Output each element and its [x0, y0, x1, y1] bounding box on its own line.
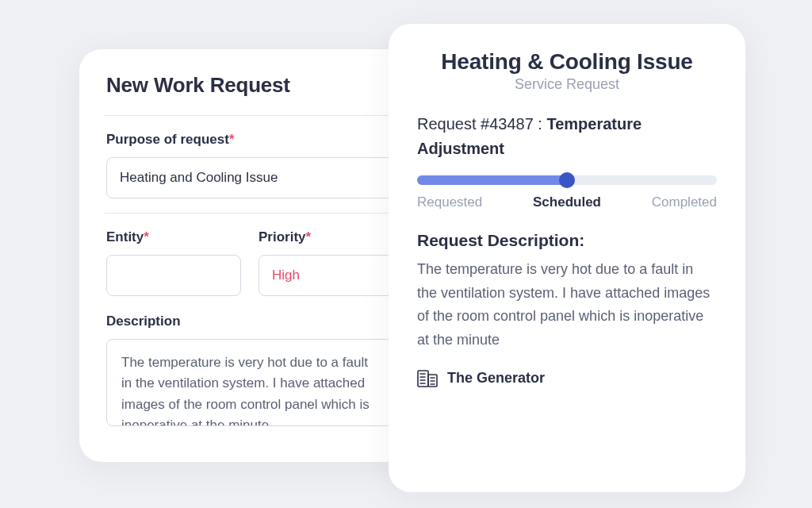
priority-field: Priority* — [259, 229, 393, 296]
progress-thumb[interactable] — [559, 172, 575, 188]
progress-state-requested: Requested — [417, 194, 482, 210]
request-title: Heating & Cooling Issue — [417, 49, 717, 75]
required-marker: * — [306, 229, 312, 244]
priority-label-text: Priority — [259, 229, 306, 244]
entity-row: The Generator — [417, 370, 717, 387]
entity-label-text: Entity — [106, 229, 144, 244]
svg-rect-0 — [418, 371, 428, 387]
new-work-request-card: New Work Request Purpose of request* Ent… — [79, 49, 420, 462]
progress-labels: Requested Scheduled Completed — [417, 194, 717, 210]
description-heading: Request Description: — [417, 231, 717, 250]
purpose-label: Purpose of request* — [106, 132, 393, 148]
priority-label: Priority* — [259, 229, 393, 245]
form-title: New Work Request — [106, 73, 393, 115]
progress-wrap: Requested Scheduled Completed — [417, 175, 717, 210]
progress-track[interactable] — [417, 175, 717, 185]
entity-field: Entity* — [106, 229, 241, 296]
purpose-label-text: Purpose of request — [106, 132, 229, 147]
description-section: Description — [106, 310, 393, 444]
building-icon — [417, 370, 438, 387]
entity-input[interactable] — [106, 255, 241, 296]
request-subtitle: Service Request — [417, 76, 717, 93]
request-id-line: Request #43487 : Temperature Adjustment — [417, 112, 717, 161]
progress-state-completed: Completed — [652, 194, 717, 210]
request-detail-card: Heating & Cooling Issue Service Request … — [389, 24, 745, 492]
entity-name: The Generator — [447, 370, 545, 387]
description-label: Description — [106, 314, 393, 329]
progress-state-scheduled: Scheduled — [533, 194, 601, 210]
request-id-prefix: Request #43487 : — [417, 115, 546, 133]
priority-input[interactable] — [259, 255, 393, 296]
description-body: The temperature is very hot due to a fau… — [417, 258, 717, 352]
required-marker: * — [229, 132, 235, 147]
entity-label: Entity* — [106, 229, 241, 245]
required-marker: * — [144, 229, 149, 244]
progress-fill — [417, 175, 567, 185]
description-textarea[interactable] — [106, 339, 393, 426]
purpose-input[interactable] — [106, 157, 393, 198]
purpose-section: Purpose of request* — [106, 116, 393, 213]
entity-priority-section: Entity* Priority* — [106, 214, 393, 310]
